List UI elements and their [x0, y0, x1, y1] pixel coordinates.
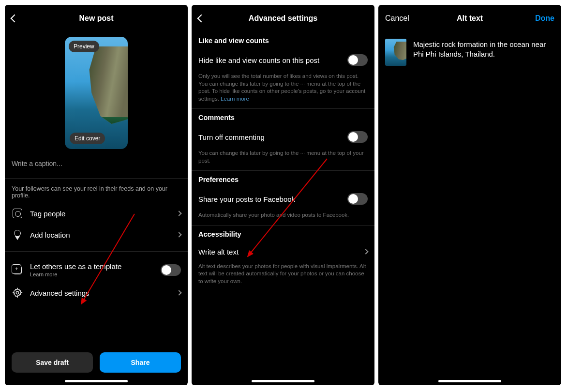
- template-icon: [12, 264, 23, 276]
- chevron-left-icon: [11, 15, 19, 23]
- chevron-right-icon: [176, 211, 181, 216]
- tag-people-row[interactable]: Tag people: [5, 203, 188, 224]
- header: New post: [5, 5, 188, 32]
- chevron-right-icon: [176, 290, 181, 295]
- write-alt-text-row[interactable]: Write alt text: [192, 241, 374, 263]
- template-toggle[interactable]: [161, 264, 181, 276]
- cancel-button[interactable]: Cancel: [385, 5, 409, 32]
- add-location-row[interactable]: Add location: [5, 224, 188, 245]
- write-alt-text-label: Write alt text: [198, 248, 239, 256]
- alt-text-row: Majestic rock formation in the ocean nea…: [378, 32, 561, 73]
- share-to-facebook-label: Share your posts to Facebook: [198, 195, 295, 203]
- caption-input[interactable]: Write a caption...: [5, 149, 188, 178]
- advanced-settings-label: Advanced settings: [30, 289, 170, 297]
- screen-advanced-settings: Advanced settings Like and view counts H…: [192, 5, 374, 385]
- followers-visibility-note: Your followers can see your reel in thei…: [5, 179, 188, 203]
- hide-counts-row: Hide like and view counts on this post: [192, 47, 374, 73]
- preview-button[interactable]: Preview: [69, 41, 99, 52]
- done-button[interactable]: Done: [535, 5, 554, 32]
- back-button[interactable]: [198, 5, 204, 32]
- toggle-knob: [162, 265, 171, 275]
- section-accessibility: Accessibility: [192, 226, 374, 241]
- turn-off-commenting-label: Turn off commenting: [198, 133, 265, 141]
- home-indicator[interactable]: [252, 380, 314, 382]
- bottom-button-bar: Save draft Share: [12, 352, 181, 373]
- turn-off-commenting-row: Turn off commenting: [192, 124, 374, 150]
- chevron-left-icon: [197, 15, 206, 23]
- svg-point-0: [16, 291, 19, 294]
- screen-new-post: New post Preview Edit cover Write a capt…: [5, 5, 188, 385]
- photo-thumbnail[interactable]: [385, 39, 406, 66]
- caption-placeholder: Write a caption...: [12, 160, 62, 167]
- section-comments: Comments: [192, 109, 374, 124]
- home-indicator[interactable]: [438, 380, 501, 382]
- add-location-label: Add location: [30, 231, 170, 239]
- back-button[interactable]: [12, 5, 17, 32]
- rock-image: [393, 42, 406, 60]
- home-indicator[interactable]: [65, 380, 128, 382]
- tag-people-icon: [12, 208, 23, 219]
- share-button[interactable]: Share: [100, 352, 181, 373]
- hide-counts-help: Only you will see the total number of li…: [192, 73, 374, 108]
- location-pin-icon: [12, 229, 23, 241]
- template-learn-more-link[interactable]: Learn more: [30, 271, 154, 277]
- header: Advanced settings: [192, 5, 374, 32]
- share-to-facebook-help: Automatically share your photo and video…: [192, 211, 374, 225]
- page-title: Alt text: [457, 14, 483, 23]
- header: Cancel Alt text Done: [378, 5, 561, 32]
- share-to-facebook-toggle[interactable]: [347, 193, 368, 205]
- tag-people-label: Tag people: [30, 210, 170, 218]
- section-preferences: Preferences: [192, 171, 374, 186]
- page-title: New post: [79, 14, 113, 23]
- advanced-settings-row[interactable]: Advanced settings: [5, 282, 188, 303]
- share-to-facebook-row: Share your posts to Facebook: [192, 186, 374, 211]
- page-title: Advanced settings: [249, 14, 317, 23]
- write-alt-text-help: Alt text describes your photos for peopl…: [192, 263, 374, 291]
- gear-icon: [12, 287, 23, 299]
- alt-text-input[interactable]: Majestic rock formation in the ocean nea…: [413, 39, 554, 60]
- rock-image: [87, 46, 128, 124]
- hide-counts-label: Hide like and view counts on this post: [198, 56, 319, 64]
- save-draft-button[interactable]: Save draft: [12, 352, 93, 373]
- chevron-right-icon: [176, 232, 181, 237]
- chevron-right-icon: [363, 249, 368, 254]
- reel-preview-container: Preview Edit cover: [5, 37, 188, 149]
- hide-counts-toggle[interactable]: [347, 54, 368, 66]
- turn-off-commenting-toggle[interactable]: [347, 131, 368, 143]
- section-like-counts: Like and view counts: [192, 32, 374, 47]
- template-row[interactable]: Let others use as a template Learn more: [5, 257, 188, 282]
- template-label: Let others use as a template: [30, 262, 154, 271]
- learn-more-link[interactable]: Learn more: [221, 96, 249, 102]
- reel-preview[interactable]: Preview Edit cover: [65, 37, 128, 149]
- edit-cover-button[interactable]: Edit cover: [70, 133, 105, 144]
- turn-off-commenting-help: You can change this later by going to th…: [192, 150, 374, 170]
- screen-alt-text: Cancel Alt text Done Majestic rock forma…: [378, 5, 561, 385]
